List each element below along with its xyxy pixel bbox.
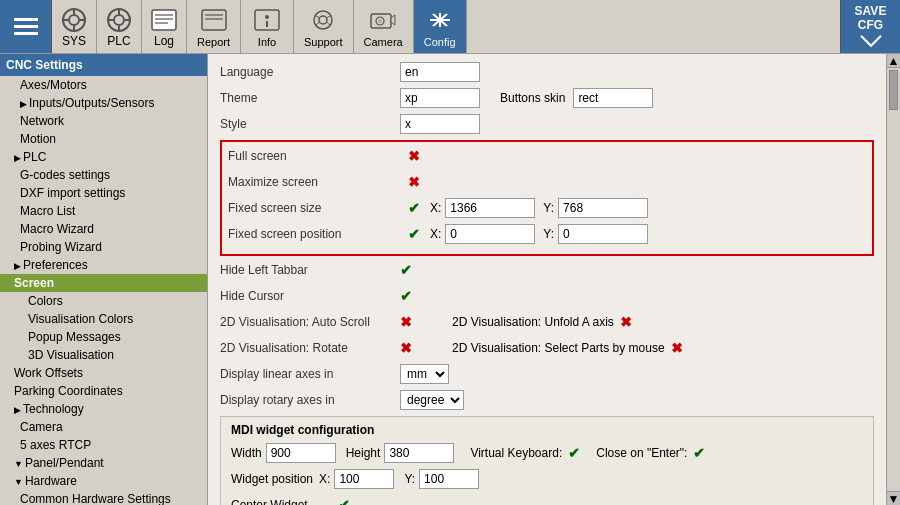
plc-icon bbox=[103, 6, 135, 34]
sidebar-item-axes[interactable]: Axes/Motors bbox=[0, 76, 207, 94]
info-icon bbox=[251, 6, 283, 34]
mdi-center-row: Center Widget ✔ bbox=[231, 495, 863, 505]
language-row: Language bbox=[220, 62, 874, 82]
mdi-pos-x-input[interactable] bbox=[334, 469, 394, 489]
mdi-center-check[interactable]: ✔ bbox=[338, 497, 350, 505]
fixed-size-y-input[interactable] bbox=[558, 198, 648, 218]
main-tabs: Report Info bbox=[187, 0, 467, 53]
mdi-pos-x-label: X: bbox=[319, 472, 330, 486]
mdi-width-input[interactable] bbox=[266, 443, 336, 463]
fixed-size-x-label: X: bbox=[430, 201, 441, 215]
mdi-close-label: Close on "Enter": bbox=[596, 446, 687, 460]
hide-tabbar-label: Hide Left Tabbar bbox=[220, 263, 400, 277]
maximize-row: Maximize screen ✖ bbox=[228, 172, 866, 192]
svg-point-1 bbox=[69, 15, 79, 25]
tab-info[interactable]: Info bbox=[241, 0, 294, 53]
plc-section: PLC bbox=[97, 0, 142, 53]
fixed-pos-x-input[interactable] bbox=[445, 224, 535, 244]
buttons-skin-label: Buttons skin bbox=[500, 91, 565, 105]
tab-config[interactable]: Config bbox=[414, 0, 467, 53]
tab-support-label: Support bbox=[304, 36, 343, 48]
mdi-pos-y-label: Y: bbox=[404, 472, 415, 486]
sidebar-item-prefs[interactable]: ▶Preferences bbox=[0, 256, 207, 274]
maximize-label: Maximize screen bbox=[228, 175, 408, 189]
sidebar-item-camera[interactable]: Camera bbox=[0, 418, 207, 436]
menu-button[interactable] bbox=[0, 0, 52, 53]
fixed-pos-check[interactable]: ✔ bbox=[408, 226, 420, 242]
sidebar-item-plc[interactable]: ▶PLC bbox=[0, 148, 207, 166]
log-icon bbox=[148, 6, 180, 34]
tab-camera[interactable]: Camera bbox=[354, 0, 414, 53]
scroll-up-button[interactable]: ▲ bbox=[887, 54, 900, 68]
svg-point-31 bbox=[378, 19, 382, 23]
theme-input[interactable] bbox=[400, 88, 480, 108]
linear-axes-select[interactable]: mm inch bbox=[400, 364, 449, 384]
sidebar-item-network[interactable]: Network bbox=[0, 112, 207, 130]
plc-label[interactable]: PLC bbox=[107, 34, 130, 48]
scroll-thumb[interactable] bbox=[889, 70, 898, 110]
sidebar-item-motion[interactable]: Motion bbox=[0, 130, 207, 148]
fixed-size-x-input[interactable] bbox=[445, 198, 535, 218]
scrollbar[interactable]: ▲ ▼ bbox=[886, 54, 900, 505]
save-cfg-button[interactable]: SAVE CFG bbox=[840, 0, 900, 53]
sidebar-item-macro-list[interactable]: Macro List bbox=[0, 202, 207, 220]
sidebar-item-panel[interactable]: ▼Panel/Pendant bbox=[0, 454, 207, 472]
sys-icon bbox=[58, 6, 90, 34]
sidebar-item-io[interactable]: ▶Inputs/Outputs/Sensors bbox=[0, 94, 207, 112]
scroll-track bbox=[887, 68, 900, 491]
hide-cursor-row: Hide Cursor ✔ bbox=[220, 286, 874, 306]
mdi-height-label: Height bbox=[346, 446, 381, 460]
sidebar-item-tech[interactable]: ▶Technology bbox=[0, 400, 207, 418]
fixed-pos-label: Fixed screen position bbox=[228, 227, 408, 241]
fixed-pos-y-input[interactable] bbox=[558, 224, 648, 244]
language-input[interactable] bbox=[400, 62, 480, 82]
tab-support[interactable]: Support bbox=[294, 0, 354, 53]
tab-report[interactable]: Report bbox=[187, 0, 241, 53]
sidebar-item-screen[interactable]: Screen bbox=[0, 274, 207, 292]
linear-axes-row: Display linear axes in mm inch bbox=[220, 364, 874, 384]
hide-tabbar-check[interactable]: ✔ bbox=[400, 262, 412, 278]
fixed-size-check[interactable]: ✔ bbox=[408, 200, 420, 216]
sidebar-item-common-hw[interactable]: Common Hardware Settings bbox=[0, 490, 207, 505]
hide-tabbar-row: Hide Left Tabbar ✔ bbox=[220, 260, 874, 280]
sidebar-item-macro-wiz[interactable]: Macro Wizard bbox=[0, 220, 207, 238]
sidebar-item-5axes[interactable]: 5 axes RTCP bbox=[0, 436, 207, 454]
fixed-size-y-label: Y: bbox=[543, 201, 554, 215]
sidebar-item-hardware[interactable]: ▼Hardware bbox=[0, 472, 207, 490]
sidebar-item-popup[interactable]: Popup Messages bbox=[0, 328, 207, 346]
log-section: Log bbox=[142, 0, 187, 53]
fixed-pos-row: Fixed screen position ✔ X: Y: bbox=[228, 224, 866, 244]
mdi-vkb-check[interactable]: ✔ bbox=[568, 445, 580, 461]
log-label[interactable]: Log bbox=[154, 34, 174, 48]
rotary-axes-select[interactable]: degree radian bbox=[400, 390, 464, 410]
style-input[interactable] bbox=[400, 114, 480, 134]
scroll-down-button[interactable]: ▼ bbox=[887, 491, 900, 505]
buttons-skin-input[interactable] bbox=[573, 88, 653, 108]
theme-row: Theme Buttons skin bbox=[220, 88, 874, 108]
mdi-pos-row: Widget position X: Y: bbox=[231, 469, 863, 489]
mdi-close-check[interactable]: ✔ bbox=[693, 445, 705, 461]
hide-cursor-check[interactable]: ✔ bbox=[400, 288, 412, 304]
tab-report-label: Report bbox=[197, 36, 230, 48]
sys-label[interactable]: SYS bbox=[62, 34, 86, 48]
autoscroll-row: 2D Visualisation: Auto Scroll ✖ 2D Visua… bbox=[220, 312, 874, 332]
mdi-pos-label: Widget position bbox=[231, 472, 313, 486]
mdi-height-input[interactable] bbox=[384, 443, 454, 463]
fixed-pos-x-label: X: bbox=[430, 227, 441, 241]
sidebar-item-vis-colors[interactable]: Visualisation Colors bbox=[0, 310, 207, 328]
sidebar-item-3dvis[interactable]: 3D Visualisation bbox=[0, 346, 207, 364]
sidebar-item-parking[interactable]: Parking Coordinates bbox=[0, 382, 207, 400]
sidebar-item-gcodes[interactable]: G-codes settings bbox=[0, 166, 207, 184]
camera-icon bbox=[367, 6, 399, 34]
autoscroll-check: ✖ bbox=[400, 314, 412, 330]
mdi-pos-y-input[interactable] bbox=[419, 469, 479, 489]
sidebar-item-colors[interactable]: Colors bbox=[0, 292, 207, 310]
sidebar-item-probe-wiz[interactable]: Probing Wizard bbox=[0, 238, 207, 256]
select-check: ✖ bbox=[671, 340, 683, 356]
sidebar-item-work-offsets[interactable]: Work Offsets bbox=[0, 364, 207, 382]
rotary-axes-label: Display rotary axes in bbox=[220, 393, 400, 407]
svg-point-20 bbox=[265, 15, 269, 19]
hide-cursor-label: Hide Cursor bbox=[220, 289, 400, 303]
mdi-title: MDI widget configuration bbox=[231, 423, 863, 437]
sidebar-item-dxf[interactable]: DXF import settings bbox=[0, 184, 207, 202]
